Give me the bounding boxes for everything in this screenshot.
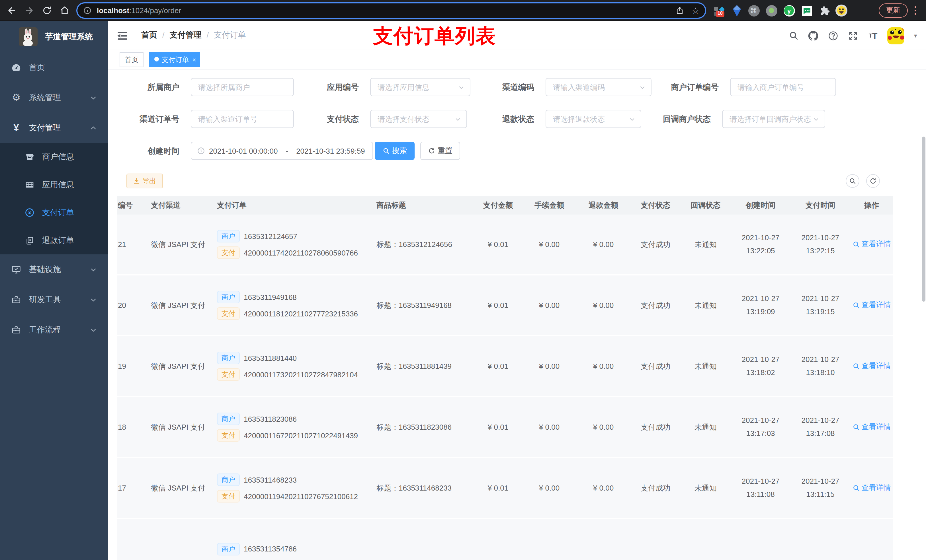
extension-command-icon[interactable]: ⌘ — [748, 5, 760, 17]
filter-channel-order-no: 渠道订单号 — [117, 110, 294, 128]
help-icon[interactable] — [828, 30, 839, 41]
extension-emoji-icon[interactable] — [835, 5, 847, 17]
pay-tag: 支付 — [217, 429, 240, 442]
browser-update-button[interactable]: 更新 — [879, 3, 908, 18]
tag-pay-order[interactable]: 支付订单× — [149, 52, 200, 67]
sidebar-item-infra[interactable]: 基础设施 — [0, 254, 108, 285]
sidebar-item-pay[interactable]: ¥ 支付管理 — [0, 113, 108, 143]
view-details-link[interactable]: 查看详情 — [852, 239, 891, 249]
fullscreen-icon[interactable] — [847, 30, 859, 41]
page-title-annotation: 支付订单列表 — [373, 23, 496, 50]
extension-badge: 10 — [716, 11, 725, 17]
sidebar-submenu-pay: 商户信息 应用信息 ¥ 支付订单 — [0, 143, 108, 254]
sidebar: 芋道管理系统 首页 ⚙ 系统管理 ¥ 支付管理 — [0, 21, 108, 560]
sidebar-item-app-info[interactable]: 应用信息 — [0, 171, 108, 199]
status-notify: 未通知 — [681, 422, 731, 432]
status-notify: 未通知 — [681, 239, 731, 249]
status-notify: 未通知 — [681, 361, 731, 371]
breadcrumb-home[interactable]: 首页 — [141, 30, 157, 41]
pay-tag: 支付 — [217, 246, 240, 259]
pay-status-select[interactable] — [371, 110, 466, 127]
status-pay: 支付成功 — [631, 422, 681, 432]
date-range-input[interactable]: 2021-10-01 00:00:00 - 2021-10-31 23:59:5… — [191, 142, 373, 160]
site-info-icon[interactable] — [83, 6, 92, 15]
filter-row-3: 创建时间 2021-10-01 00:00:00 - 2021-10-31 23… — [108, 142, 926, 160]
scrollbar-thumb[interactable] — [922, 137, 925, 302]
hamburger-icon[interactable] — [116, 30, 129, 42]
sidebar-item-devtools[interactable]: 研发工具 — [0, 285, 108, 315]
chevron-down-icon — [813, 116, 820, 123]
font-size-icon[interactable]: TT — [867, 30, 879, 41]
sidebar-item-merchant-info[interactable]: 商户信息 — [0, 143, 108, 171]
search-button[interactable]: 搜索 — [375, 142, 415, 160]
sidebar-item-home[interactable]: 首页 — [0, 52, 108, 83]
breadcrumb-pay[interactable]: 支付管理 — [170, 30, 201, 41]
url-bar[interactable]: localhost:1024/pay/order ☆ — [76, 2, 706, 19]
browser-menu-icon[interactable] — [911, 4, 919, 17]
yen-icon: ¥ — [11, 123, 21, 133]
sidebar-item-pay-order[interactable]: ¥ 支付订单 — [0, 199, 108, 226]
bookmark-star-icon[interactable]: ☆ — [691, 6, 699, 15]
table-row: 21 微信 JSAPI 支付 商户1635312124657 支付4200001… — [117, 214, 893, 275]
github-icon[interactable] — [808, 30, 819, 41]
chevron-down-icon — [90, 266, 97, 273]
table-row: 18 微信 JSAPI 支付 商户1635311823086 支付4200001… — [117, 397, 893, 458]
filter-row-1: 所属商户 应用编号 渠道编码 — [108, 78, 926, 96]
status-pay: 支付成功 — [631, 239, 681, 249]
status-pay: 支付成功 — [631, 483, 681, 493]
forward-icon[interactable] — [23, 4, 35, 17]
chevron-down-icon — [90, 296, 97, 303]
sidebar-item-workflow[interactable]: 工作流程 — [0, 315, 108, 345]
pay-tag: 支付 — [217, 368, 240, 381]
merchant-input[interactable] — [191, 78, 293, 96]
sidebar-item-system[interactable]: ⚙ 系统管理 — [0, 83, 108, 113]
pay-tag: 支付 — [217, 307, 240, 320]
extensions-puzzle-icon[interactable] — [819, 5, 830, 17]
logo-image — [19, 27, 38, 46]
extension-chat-icon[interactable] — [801, 5, 813, 17]
active-dot — [154, 57, 159, 62]
home-icon[interactable] — [58, 4, 71, 17]
tags-view: 首页 支付订单× — [108, 50, 926, 69]
share-icon[interactable] — [675, 6, 684, 15]
view-details-link[interactable]: 查看详情 — [852, 483, 891, 493]
view-details-link[interactable]: 查看详情 — [852, 300, 891, 311]
extension-dot-icon[interactable] — [766, 5, 777, 17]
app-id-select[interactable] — [371, 78, 470, 96]
navbar-actions: TT ▼ — [788, 21, 918, 50]
tag-close-icon[interactable]: × — [192, 56, 196, 63]
avatar[interactable] — [887, 27, 904, 44]
toolbox-icon — [11, 295, 21, 305]
url-text: localhost:1024/pay/order — [97, 6, 181, 15]
reload-icon[interactable] — [41, 4, 53, 17]
shop-icon — [25, 152, 34, 162]
view-details-link[interactable]: 查看详情 — [852, 422, 891, 432]
extension-y-icon[interactable]: y — [783, 5, 795, 17]
filter-app-id: 应用编号 — [296, 78, 471, 96]
sidebar-item-refund-order[interactable]: 退款订单 — [0, 226, 108, 254]
back-icon[interactable] — [5, 4, 18, 17]
table-search-toggle-icon[interactable] — [846, 174, 859, 188]
refund-docs-icon — [25, 236, 34, 245]
avatar-caret-icon[interactable]: ▼ — [913, 33, 918, 38]
app-title: 芋道管理系统 — [45, 32, 93, 42]
table-refresh-icon[interactable] — [866, 174, 880, 188]
orders-table: 编号 支付渠道 支付订单 商品标题 支付金额 手续金额 退款金额 支付状态 回调… — [117, 196, 893, 560]
content: 所属商户 应用编号 渠道编码 — [108, 69, 926, 560]
extension-gem-icon[interactable] — [731, 5, 743, 17]
search-icon[interactable] — [788, 30, 799, 41]
merchant-tag: 商户 — [217, 413, 240, 425]
export-button[interactable]: 导出 — [126, 174, 163, 189]
view-details-link[interactable]: 查看详情 — [852, 361, 891, 371]
refund-status-select[interactable] — [546, 110, 641, 127]
merchant-order-no-input[interactable] — [731, 78, 835, 96]
status-pay: 支付成功 — [631, 300, 681, 311]
chevron-down-icon — [90, 326, 97, 333]
app-logo[interactable]: 芋道管理系统 — [0, 21, 108, 52]
reset-button[interactable]: 重置 — [420, 142, 460, 160]
channel-order-no-input[interactable] — [191, 110, 293, 127]
filter-pay-status: 支付状态 — [296, 110, 467, 128]
extension-tabs-icon[interactable]: 10 — [713, 5, 725, 17]
tag-home[interactable]: 首页 — [120, 52, 144, 67]
notify-status-select[interactable] — [723, 110, 825, 127]
